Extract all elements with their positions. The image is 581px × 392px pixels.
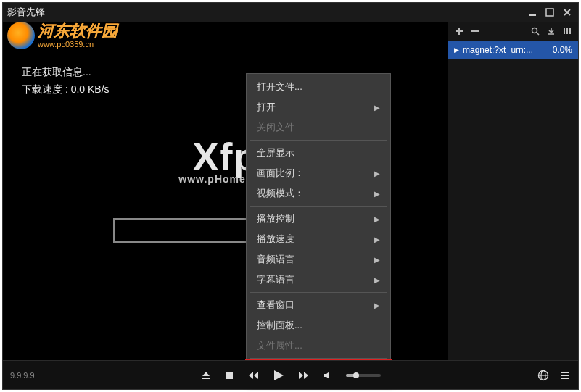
stop-button[interactable] — [224, 370, 234, 380]
player-bottom-bar: 9.9.9.9 — [3, 360, 578, 389]
submenu-arrow-icon: ▶ — [374, 170, 380, 178]
menu-item[interactable]: 全屏显示 — [247, 143, 390, 163]
menu-item-label: 控制面板... — [257, 319, 302, 332]
eject-button[interactable] — [201, 370, 211, 380]
menu-item-label: 查看窗口 — [257, 299, 294, 312]
site-logo-icon — [7, 22, 35, 49]
site-url: www.pc0359.cn — [38, 41, 118, 49]
play-button[interactable] — [272, 369, 285, 382]
submenu-arrow-icon: ▶ — [374, 215, 380, 223]
playlist-item-name: magnet:?xt=urn:... — [463, 45, 533, 55]
menu-item-label: 音频语言 — [257, 253, 294, 266]
playlist-add-button[interactable] — [454, 26, 464, 36]
menu-item-label: 播放控制 — [257, 212, 294, 225]
menu-item[interactable]: 字幕语言▶ — [247, 270, 390, 290]
svg-rect-10 — [566, 28, 568, 34]
submenu-arrow-icon: ▶ — [374, 235, 380, 243]
svg-rect-13 — [226, 372, 233, 379]
playlist-item-progress: 0.0% — [553, 45, 572, 55]
site-watermark: 河东软件园 www.pc0359.cn — [7, 22, 118, 49]
menu-item-label: 播放速度 — [257, 233, 294, 246]
menu-item-label: 文件属性... — [257, 339, 302, 352]
mute-button[interactable] — [323, 370, 333, 380]
version-label: 9.9.9.9 — [10, 371, 35, 380]
submenu-arrow-icon: ▶ — [374, 301, 380, 309]
volume-slider[interactable] — [346, 374, 381, 377]
loading-text: 正在获取信息... — [22, 64, 110, 81]
status-area: 正在获取信息... 下载速度 : 0.0 KB/s — [22, 64, 110, 99]
svg-rect-9 — [564, 28, 565, 34]
menu-item[interactable]: 音频语言▶ — [247, 249, 390, 270]
svg-point-7 — [532, 28, 537, 33]
speed-value: 0.0 KB/s — [71, 83, 110, 95]
playlist-item[interactable]: ▶magnet:?xt=urn:...0.0% — [448, 41, 578, 59]
svg-rect-1 — [546, 9, 553, 16]
close-button[interactable] — [561, 6, 574, 19]
playlist-panel: ▶magnet:?xt=urn:...0.0% — [448, 22, 578, 360]
menu-item-label: 全屏显示 — [257, 146, 294, 159]
submenu-arrow-icon: ▶ — [374, 276, 380, 284]
menu-item[interactable]: 打开文件... — [247, 77, 390, 97]
menu-item[interactable]: 播放控制▶ — [247, 209, 390, 229]
menu-item-label: 打开 — [257, 101, 276, 114]
menu-separator — [250, 140, 387, 141]
minimize-button[interactable] — [526, 6, 539, 19]
menu-item: 文件属性... — [247, 335, 390, 356]
menu-item[interactable]: 打开▶ — [247, 97, 390, 117]
menu-item[interactable]: 视频模式：▶ — [247, 183, 390, 204]
playlist-toggle-icon[interactable] — [559, 370, 571, 381]
menu-item[interactable]: 查看窗口▶ — [247, 295, 390, 315]
video-area[interactable]: 河东软件园 www.pc0359.cn 正在获取信息... 下载速度 : 0.0… — [3, 22, 448, 360]
context-menu: 打开文件...打开▶关闭文件全屏显示画面比例：▶视频模式：▶播放控制▶播放速度▶… — [246, 73, 391, 385]
menu-item-label: 画面比例： — [257, 167, 304, 180]
svg-rect-11 — [569, 28, 571, 34]
menu-separator — [250, 358, 387, 359]
menu-item[interactable]: 播放速度▶ — [247, 229, 390, 249]
speed-label: 下载速度 : — [22, 83, 68, 95]
menu-item: 关闭文件 — [247, 117, 390, 138]
playlist-search-icon[interactable] — [530, 26, 540, 36]
prev-button[interactable] — [247, 370, 259, 380]
svg-line-8 — [537, 33, 539, 35]
menu-item-label: 关闭文件 — [257, 121, 294, 134]
menu-item-label: 打开文件... — [257, 80, 302, 93]
playing-indicator-icon: ▶ — [454, 46, 459, 54]
title-bar: 影音先锋 — [3, 3, 578, 22]
submenu-arrow-icon: ▶ — [374, 190, 380, 198]
menu-separator — [250, 206, 387, 207]
maximize-button[interactable] — [543, 6, 556, 19]
globe-icon[interactable] — [537, 370, 549, 381]
app-title: 影音先锋 — [7, 6, 45, 19]
menu-item[interactable]: 控制面板... — [247, 315, 390, 335]
submenu-arrow-icon: ▶ — [374, 256, 380, 264]
svg-rect-0 — [529, 14, 536, 16]
playlist-menu-icon[interactable] — [562, 26, 572, 36]
menu-item-label: 视频模式： — [257, 187, 304, 200]
site-name: 河东软件园 — [38, 23, 118, 39]
menu-item[interactable]: 画面比例：▶ — [247, 163, 390, 183]
svg-rect-12 — [202, 378, 210, 379]
next-button[interactable] — [298, 370, 310, 380]
submenu-arrow-icon: ▶ — [374, 104, 380, 112]
menu-item-label: 字幕语言 — [257, 273, 294, 286]
menu-separator — [250, 292, 387, 293]
playlist-remove-button[interactable] — [470, 26, 480, 36]
playlist-download-icon[interactable] — [546, 26, 556, 36]
